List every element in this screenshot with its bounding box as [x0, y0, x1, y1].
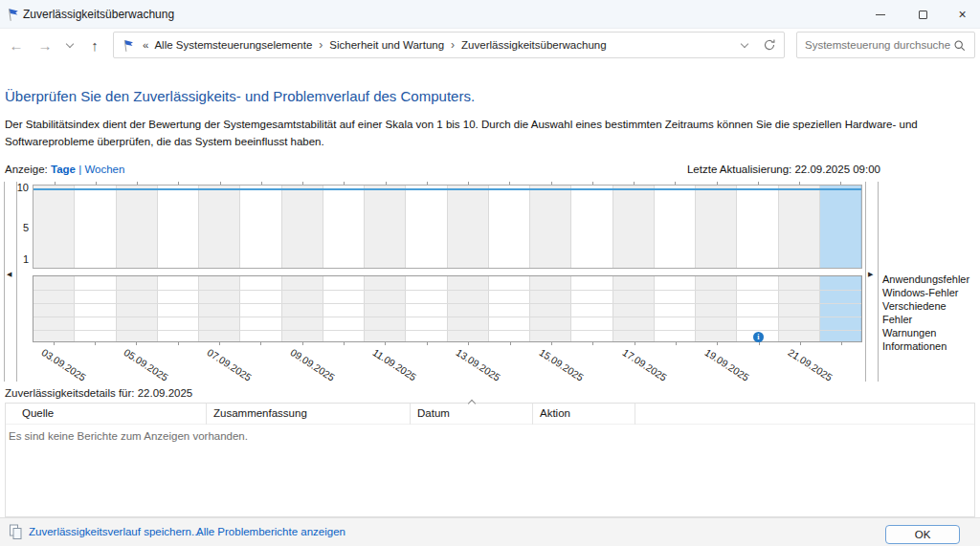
axis-tick: [261, 182, 262, 185]
details-column-header[interactable]: Quelle: [6, 404, 207, 425]
last-update-label: Letzte Aktualisierung: 22.09.2025 09:00: [687, 164, 880, 175]
axis-tick: [427, 182, 428, 185]
page-title: Überprüfen Sie den Zuverlässigkeits- und…: [5, 88, 475, 104]
event-grid[interactable]: i: [33, 275, 862, 342]
event-row-label: Informationen: [882, 339, 978, 353]
chart-day-column[interactable]: [530, 186, 571, 268]
save-history-icon: [9, 524, 23, 544]
event-row-label: Verschiedene Fehler: [882, 299, 978, 326]
chart-day-column[interactable]: [696, 186, 737, 268]
details-column-header[interactable]: Aktion: [533, 404, 635, 425]
axis-tick: [592, 182, 593, 185]
address-bar[interactable]: « Alle Systemsteuerungselemente›Sicherhe…: [113, 32, 785, 58]
chart-day-column[interactable]: [737, 186, 778, 268]
event-row: [33, 303, 861, 317]
scroll-left-icon: ◀: [7, 271, 11, 278]
x-axis-date-label: 09.09.2025: [288, 346, 337, 383]
axis-tick: [386, 182, 387, 185]
breadcrumb-item[interactable]: Alle Systemsteuerungselemente: [154, 39, 312, 51]
details-column-header-filler: [635, 404, 974, 425]
view-label: Anzeige:: [5, 164, 48, 175]
back-icon: ←: [10, 37, 24, 54]
axis-tick: [220, 182, 221, 185]
breadcrumb-flag-icon: [122, 38, 136, 53]
chart-day-column[interactable]: [199, 186, 240, 268]
search-box[interactable]: [796, 32, 975, 58]
stability-index-chart[interactable]: [33, 185, 862, 269]
sort-ascending-icon[interactable]: [468, 398, 476, 405]
back-button[interactable]: ←: [6, 30, 27, 60]
x-axis-date-label: 11.09.2025: [371, 346, 419, 382]
search-input[interactable]: [805, 33, 950, 56]
x-axis-date-label: 19.09.2025: [703, 346, 752, 383]
chart-day-column[interactable]: [571, 186, 612, 268]
info-icon[interactable]: i: [753, 332, 764, 342]
axis-tick: [717, 182, 718, 185]
title-bar: Zuverlässigkeitsüberwachung ×: [0, 0, 980, 29]
forward-icon: →: [38, 37, 53, 54]
chart-day-column[interactable]: [323, 186, 365, 268]
y-axis-tick-label: 1: [13, 253, 29, 265]
up-button[interactable]: ↑: [84, 30, 105, 60]
axis-tick: [344, 182, 345, 185]
view-switcher: Anzeige: Tage | Wochen: [5, 164, 124, 175]
chart-day-column[interactable]: [75, 186, 116, 268]
x-axis-date-label: 13.09.2025: [455, 346, 503, 383]
axis-tick: [137, 182, 138, 185]
event-row-label: Windows-Fehler: [882, 286, 978, 299]
scroll-right-icon: ▶: [868, 271, 873, 278]
breadcrumb-separator-icon: ›: [444, 38, 461, 52]
refresh-icon[interactable]: [763, 38, 776, 52]
chart-day-column[interactable]: [117, 186, 158, 268]
chart-day-column[interactable]: [613, 186, 655, 268]
chart-day-column[interactable]: [406, 186, 447, 268]
event-row-label: Anwendungsfehler: [882, 273, 978, 286]
up-icon: ↑: [91, 37, 99, 54]
maximize-button[interactable]: [902, 0, 945, 29]
close-icon: ×: [958, 8, 966, 21]
x-axis-date-label: 03.09.2025: [39, 346, 88, 383]
event-row-label: Warnungen: [882, 326, 978, 339]
app-flag-icon: [6, 7, 21, 26]
close-button[interactable]: ×: [945, 0, 980, 29]
chart-scroll-left[interactable]: ◀: [4, 182, 17, 382]
chart-day-column[interactable]: [365, 186, 406, 268]
save-history-link[interactable]: Zuverlässigkeitsverlauf speichern...: [29, 526, 201, 537]
x-axis-date-label: 21.09.2025: [786, 346, 835, 383]
details-column-header[interactable]: Zusammenfassung: [207, 404, 411, 425]
chart-day-column[interactable]: [489, 186, 530, 268]
forward-button[interactable]: →: [34, 30, 56, 60]
event-row: [33, 330, 861, 343]
breadcrumb-item[interactable]: Sicherheit und Wartung: [329, 39, 444, 51]
chart-day-column[interactable]: [240, 186, 281, 268]
axis-tick: [758, 182, 759, 185]
breadcrumb-prefix: «: [136, 39, 154, 51]
recent-pages-button[interactable]: [61, 30, 78, 60]
axis-tick: [178, 182, 179, 185]
x-axis: 03.09.202505.09.202507.09.202509.09.2025…: [33, 342, 862, 382]
axis-tick: [799, 182, 800, 185]
chart-day-column[interactable]: [655, 186, 696, 268]
chart-scroll-right[interactable]: ▶: [865, 182, 879, 382]
x-axis-date-label: 05.09.2025: [122, 346, 171, 383]
view-days-link[interactable]: Tage: [51, 164, 76, 175]
details-table-header: QuelleZusammenfassungDatumAktion: [6, 404, 974, 425]
axis-tick: [675, 182, 676, 185]
chart-day-column[interactable]: [779, 186, 820, 268]
axis-tick: [634, 182, 635, 185]
chart-day-column[interactable]: [33, 186, 75, 268]
ok-button[interactable]: OK: [885, 525, 960, 544]
breadcrumb-item[interactable]: Zuverlässigkeitsüberwachung: [461, 39, 607, 51]
minimize-icon: [876, 14, 885, 15]
minimize-button[interactable]: [858, 0, 902, 29]
view-weeks-link[interactable]: Wochen: [84, 164, 124, 175]
event-row: [33, 317, 861, 330]
chart-day-column[interactable]: [282, 186, 323, 268]
address-dropdown-chevron-icon[interactable]: [741, 40, 748, 48]
axis-tick: [468, 182, 469, 185]
axis-tick: [302, 182, 303, 185]
view-all-reports-link[interactable]: Alle Problemberichte anzeigen: [196, 526, 345, 537]
chart-day-column[interactable]: [448, 186, 489, 268]
chart-day-column[interactable]: [158, 186, 199, 268]
chart-day-column[interactable]: [820, 186, 861, 268]
